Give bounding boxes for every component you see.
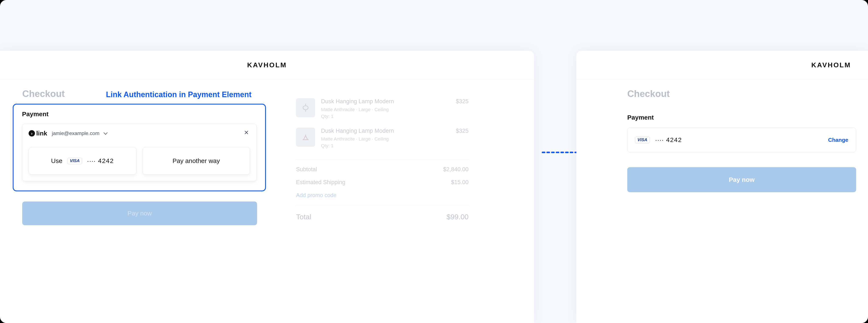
card-last4: ···· 4242 xyxy=(87,157,114,165)
product-thumbnail xyxy=(296,98,315,117)
checkout-heading: Checkout xyxy=(627,88,856,99)
line-item-info: Dusk Hanging Lamp Modern Matte Anthracit… xyxy=(321,128,450,150)
total-row: Total $99.00 xyxy=(296,205,469,221)
change-payment-button[interactable]: Change xyxy=(828,137,848,143)
use-saved-card-button[interactable]: Use VISA ···· 4242 xyxy=(29,147,136,175)
subtotal-value: $2,840.00 xyxy=(443,166,469,173)
left-content: Checkout Link Authentication in Payment … xyxy=(0,80,534,88)
right-checkout-panel: KAVHOLM Checkout Payment VISA ···· 4242 … xyxy=(577,51,868,323)
visa-card-icon: VISA xyxy=(635,137,650,143)
line-item: Dusk Hanging Lamp Modern Matte Anthracit… xyxy=(296,96,469,125)
pay-now-button[interactable]: Pay now xyxy=(627,167,856,192)
shipping-label: Estimated Shipping xyxy=(296,179,345,186)
link-email: jamie@example.com xyxy=(52,131,99,136)
product-name: Dusk Hanging Lamp Modern xyxy=(321,98,450,105)
right-content: Checkout Payment VISA ···· 4242 Change P… xyxy=(577,80,868,192)
stage: KAVHOLM Checkout Link Authentication in … xyxy=(0,0,868,323)
product-price: $325 xyxy=(456,98,469,105)
product-price: $325 xyxy=(456,128,469,134)
link-logo-text: link xyxy=(36,130,47,137)
brand-logo: KAVHOLM xyxy=(0,51,534,80)
subtotal-row: Subtotal $2,840.00 xyxy=(296,166,469,173)
payment-element-highlight: Payment › link jamie@example.com ✕ Use xyxy=(13,104,266,191)
pay-now-label: Pay now xyxy=(127,210,152,217)
callout-label: Link Authentication in Payment Element xyxy=(106,90,252,99)
product-thumbnail xyxy=(296,128,315,147)
product-name: Dusk Hanging Lamp Modern xyxy=(321,128,450,134)
brand-logo: KAVHOLM xyxy=(577,51,868,80)
left-checkout-panel: KAVHOLM Checkout Link Authentication in … xyxy=(0,51,534,323)
add-promo-link[interactable]: Add promo code xyxy=(296,192,469,199)
product-meta: Matte Anthracite · Large · Ceiling xyxy=(321,136,450,142)
product-qty: Qty: 1 xyxy=(321,114,450,119)
pay-another-way-label: Pay another way xyxy=(173,157,220,165)
line-item: Dusk Hanging Lamp Modern Matte Anthracit… xyxy=(296,125,469,155)
product-meta: Matte Anthracite · Large · Ceiling xyxy=(321,107,450,112)
chevron-down-icon[interactable] xyxy=(103,131,107,135)
use-label: Use xyxy=(51,157,62,165)
card-last4: ···· 4242 xyxy=(655,136,682,144)
line-item-info: Dusk Hanging Lamp Modern Matte Anthracit… xyxy=(321,98,450,120)
subtotal-label: Subtotal xyxy=(296,166,317,173)
payment-choice-buttons: Use VISA ···· 4242 Pay another way xyxy=(29,147,250,175)
link-auth-box: › link jamie@example.com ✕ Use VISA ····… xyxy=(22,123,257,181)
link-header: › link jamie@example.com ✕ xyxy=(29,130,250,137)
pay-now-button[interactable]: Pay now xyxy=(22,202,257,225)
total-value: $99.00 xyxy=(446,213,469,221)
shipping-value: $15.00 xyxy=(451,179,469,186)
payment-section-label: Payment xyxy=(22,110,257,118)
product-qty: Qty: 1 xyxy=(321,143,450,149)
divider xyxy=(296,159,469,159)
link-logo: › link xyxy=(29,130,47,137)
shipping-row: Estimated Shipping $15.00 xyxy=(296,179,469,186)
saved-card-row: VISA ···· 4242 Change xyxy=(627,128,856,152)
payment-section-label: Payment xyxy=(627,114,856,121)
pay-now-label: Pay now xyxy=(729,176,755,183)
link-logo-icon: › xyxy=(29,130,35,137)
pay-another-way-button[interactable]: Pay another way xyxy=(143,147,250,175)
total-label: Total xyxy=(296,213,311,221)
visa-card-icon: VISA xyxy=(67,158,82,164)
close-icon[interactable]: ✕ xyxy=(244,130,249,136)
checkout-heading: Checkout xyxy=(22,88,65,99)
order-summary: Dusk Hanging Lamp Modern Matte Anthracit… xyxy=(285,86,479,232)
